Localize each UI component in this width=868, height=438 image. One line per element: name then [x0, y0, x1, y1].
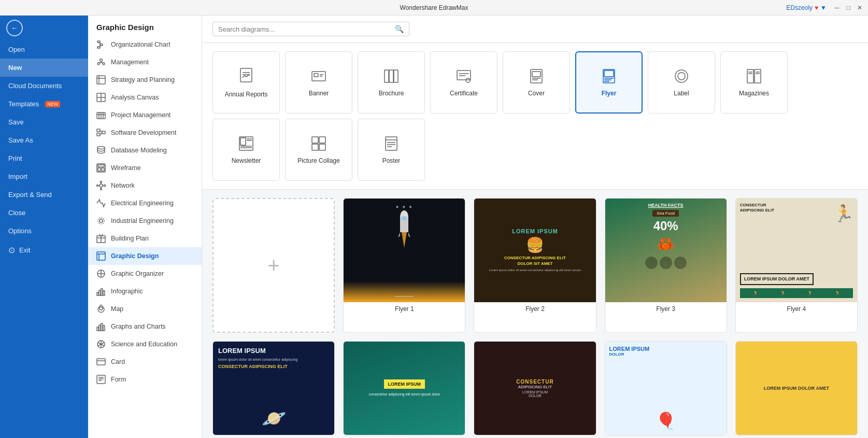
industrial-icon — [96, 216, 106, 225]
sidebar-item-building[interactable]: Building Plan — [88, 230, 202, 247]
nav-item-import[interactable]: Import — [0, 167, 88, 186]
sidebar-item-database[interactable]: Database Modeling — [88, 142, 202, 159]
category-cover[interactable]: Cover — [503, 51, 570, 114]
close-button[interactable]: ✕ — [856, 4, 864, 12]
sidebar-label-infographic: Infographic — [111, 288, 143, 295]
template-flyer-blue[interactable]: LOREM IPSUM DOLOR 🎈 — [605, 341, 727, 435]
nav-item-exit[interactable]: ⊙ Exit — [0, 240, 88, 260]
category-poster[interactable]: Poster — [358, 119, 425, 181]
back-button[interactable]: ← — [6, 20, 23, 36]
svg-point-34 — [104, 185, 106, 187]
nav-label-import: Import — [8, 173, 27, 180]
category-flyer[interactable]: Flyer — [575, 51, 643, 114]
magazines-label: Magazines — [739, 90, 769, 97]
sidebar-label-software-dev: Software Development — [111, 129, 176, 136]
exit-dot-icon: ⊙ — [8, 245, 15, 255]
category-magazines[interactable]: Magazines — [720, 51, 788, 114]
annual-reports-icon — [238, 67, 254, 87]
search-input-wrap: 🔍 — [212, 22, 409, 36]
maximize-button[interactable]: □ — [844, 4, 852, 12]
nav-item-options[interactable]: Options — [0, 222, 88, 240]
svg-rect-103 — [240, 138, 246, 145]
categories-section: Annual Reports Banner — [202, 43, 868, 190]
svg-rect-24 — [102, 131, 105, 134]
graphic-design-icon — [96, 251, 106, 261]
map-icon — [96, 304, 106, 314]
app-body: ← Open New Cloud Documents Templates NEW… — [0, 16, 868, 438]
svg-rect-11 — [97, 76, 105, 84]
sidebar-item-wireframe[interactable]: Wireframe — [88, 159, 202, 177]
category-banner[interactable]: Banner — [285, 51, 352, 114]
category-annual-reports[interactable]: Annual Reports — [212, 51, 280, 114]
sidebar-item-project[interactable]: Project Management — [88, 106, 202, 124]
username: EDszeoly — [786, 4, 813, 11]
nav-item-close[interactable]: Close — [0, 204, 88, 222]
minimize-button[interactable]: ─ — [833, 4, 841, 12]
nav-item-save-as[interactable]: Save As — [0, 131, 88, 149]
sidebar-item-infographic[interactable]: Infographic — [88, 282, 202, 300]
svg-rect-57 — [97, 327, 98, 331]
sidebar-item-graphic-organizer[interactable]: Graphic Organizer — [88, 265, 202, 282]
nav-item-open[interactable]: Open — [0, 40, 88, 59]
svg-point-32 — [99, 184, 103, 187]
template-flyer3[interactable]: HEALTH FACTS Sea Food 40% 🦀 — [605, 198, 727, 333]
nav-item-templates[interactable]: Templates NEW — [0, 95, 88, 113]
title-bar: Wondershare EdrawMax EDszeoly ♥ ▼ ─ □ ✕ — [0, 0, 868, 16]
category-picture-collage[interactable]: Picture Collage — [285, 119, 352, 181]
sidebar-item-strategy[interactable]: Strategy and Planning — [88, 71, 202, 89]
template-flyer2[interactable]: LOREM IPSUM 🍔 CONSECTUR ADIPISCING ELIT … — [474, 198, 596, 333]
category-brochure[interactable]: Brochure — [358, 51, 425, 114]
nav-item-save[interactable]: Save — [0, 113, 88, 131]
template-flyer-lorem[interactable]: LOREM IPSUM lorem ipsum dolor sit amet c… — [212, 341, 335, 435]
nav-item-cloud[interactable]: Cloud Documents — [0, 77, 88, 95]
svg-point-27 — [97, 147, 105, 149]
user-area: EDszeoly ♥ ▼ — [786, 4, 827, 11]
svg-point-33 — [97, 185, 98, 187]
template-flyer-dark[interactable]: CONSECTUR ADIPISCING ELIT LOREM IPSUM DO… — [474, 341, 596, 435]
sidebar-item-org-chart[interactable]: Organizational Chart — [88, 36, 202, 53]
category-newsletter[interactable]: Newsletter — [212, 119, 280, 181]
sidebar-item-map[interactable]: Map — [88, 300, 202, 318]
nav-label-save-as: Save As — [8, 136, 33, 144]
flyer3-title: HEALTH FACTS — [648, 203, 684, 208]
flyer3-label: Flyer 3 — [605, 302, 727, 316]
svg-rect-22 — [97, 129, 100, 132]
svg-rect-80 — [394, 70, 398, 82]
template-flyer4[interactable]: CONSECTUR ADIPISCING ELIT 🏃 LOREM IPSUM … — [735, 198, 858, 333]
sidebar-item-graphic-design[interactable]: Graphic Design — [88, 247, 202, 265]
sidebar-item-industrial[interactable]: Industrial Engineering — [88, 212, 202, 230]
sidebar-item-software-dev[interactable]: Software Development — [88, 124, 202, 142]
sidebar-item-card[interactable]: Card — [88, 353, 202, 371]
template-flyer-yellow[interactable]: LOREM IPSUM DOLOR AMET — [735, 341, 858, 435]
dropdown-icon[interactable]: ▼ — [820, 4, 827, 11]
svg-point-56 — [99, 307, 103, 310]
sidebar-item-analysis[interactable]: Analysis Canvas — [88, 89, 202, 106]
sidebar-item-form[interactable]: Form — [88, 371, 202, 388]
sidebar-item-science[interactable]: Science and Education — [88, 335, 202, 353]
sidebar-label-strategy: Strategy and Planning — [111, 76, 175, 83]
sidebar-item-electrical[interactable]: Electrical Engineering — [88, 194, 202, 212]
sidebar-item-network[interactable]: Network — [88, 177, 202, 194]
new-template-card[interactable]: + — [212, 198, 335, 333]
sidebar-item-management[interactable]: Management — [88, 53, 202, 71]
sidebar-item-graphs[interactable]: Graphs and Charts — [88, 318, 202, 335]
search-input[interactable] — [218, 25, 392, 33]
template-flyer1[interactable]: ● ● ● ● — [343, 198, 465, 333]
label-label: Label — [674, 90, 689, 97]
nav-label-cloud: Cloud Documents — [8, 82, 62, 90]
sidebar-label-science: Science and Education — [111, 341, 177, 348]
sidebar-label-building: Building Plan — [111, 235, 149, 242]
magazines-icon — [746, 68, 762, 86]
nav-item-new[interactable]: New — [0, 59, 88, 77]
left-nav: ← Open New Cloud Documents Templates NEW… — [0, 16, 88, 438]
category-certificate[interactable]: Certificate — [430, 51, 497, 114]
nav-item-print[interactable]: Print — [0, 149, 88, 167]
svg-rect-90 — [604, 70, 614, 77]
nav-item-export[interactable]: Export & Send — [0, 186, 88, 204]
flyer1-preview: ● ● ● ● — [344, 199, 465, 302]
banner-icon — [311, 68, 326, 86]
category-label[interactable]: Label — [648, 51, 715, 114]
template-flyer-teal[interactable]: LOREM IPSUM consectetur adipiscing elit … — [343, 341, 465, 435]
svg-rect-53 — [99, 290, 101, 295]
sidebar-label-project: Project Management — [111, 111, 170, 119]
